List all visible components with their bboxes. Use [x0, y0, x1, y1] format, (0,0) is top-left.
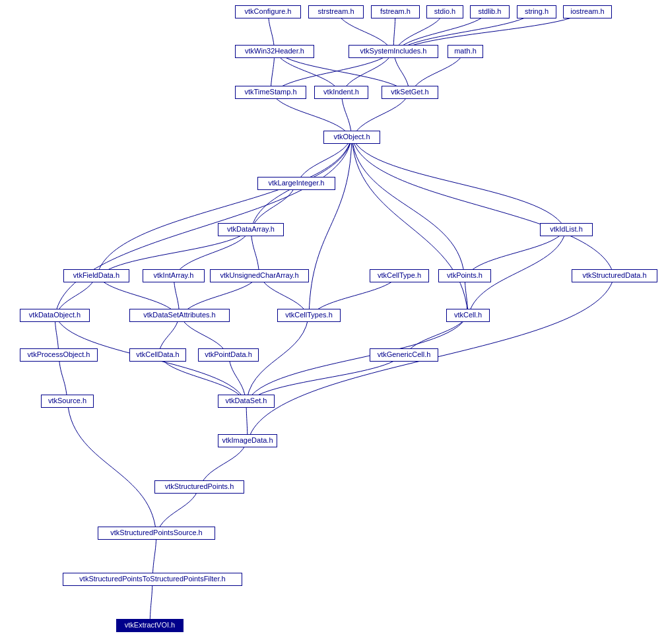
node-vtkUnsignedCharArray: vtkUnsignedCharArray.h: [210, 269, 309, 282]
node-vtkSource: vtkSource.h: [41, 395, 94, 408]
node-vtkStructuredData: vtkStructuredData.h: [572, 269, 657, 282]
node-vtkLargeInteger: vtkLargeInteger.h: [257, 177, 335, 190]
node-vtkPointData: vtkPointData.h: [198, 348, 259, 362]
node-fstream: fstream.h: [371, 5, 420, 18]
node-vtkSystemIncludes: vtkSystemIncludes.h: [349, 45, 438, 58]
node-stdio: stdio.h: [426, 5, 463, 18]
node-strstream: strstream.h: [308, 5, 364, 18]
edge-vtkCellTypes-to-vtkObject: [309, 132, 352, 322]
node-vtkProcessObject: vtkProcessObject.h: [20, 348, 98, 362]
node-vtkDataObject: vtkDataObject.h: [20, 309, 90, 322]
node-vtkCellData: vtkCellData.h: [129, 348, 186, 362]
node-vtkPoints: vtkPoints.h: [438, 269, 491, 282]
node-vtkDataSet: vtkDataSet.h: [218, 395, 275, 408]
node-stdlib: stdlib.h: [470, 5, 510, 18]
edge-vtkStructuredPointsSource-to-vtkSource: [67, 396, 156, 540]
node-vtkStructuredPointsToStructuredPointsFilter: vtkStructuredPointsToStructuredPointsFil…: [63, 573, 242, 586]
node-vtkImageData: vtkImageData.h: [218, 434, 277, 447]
node-iostream: iostream.h: [563, 5, 612, 18]
node-string: string.h: [517, 5, 556, 18]
node-vtkDataArray: vtkDataArray.h: [218, 223, 284, 236]
node-vtkCellTypes: vtkCellTypes.h: [277, 309, 341, 322]
node-vtkStructuredPoints: vtkStructuredPoints.h: [154, 480, 244, 494]
node-vtkObject: vtkObject.h: [323, 131, 380, 144]
edge-vtkCell-to-vtkObject: [352, 132, 468, 322]
node-vtkIdList: vtkIdList.h: [540, 223, 593, 236]
node-vtkConfigure: vtkConfigure.h: [235, 5, 301, 18]
node-vtkTimeStamp: vtkTimeStamp.h: [235, 86, 306, 99]
node-vtkSetGet: vtkSetGet.h: [382, 86, 438, 99]
node-vtkStructuredPointsSource: vtkStructuredPointsSource.h: [98, 527, 215, 540]
edge-vtkFieldData-to-vtkObject: [96, 132, 352, 282]
node-vtkWin32Header: vtkWin32Header.h: [235, 45, 314, 58]
node-math: math.h: [448, 45, 483, 58]
diagram-canvas: vtkConfigure.hstrstream.hfstream.hstdio.…: [0, 0, 666, 644]
edge-vtkStructuredData-to-vtkObject: [352, 132, 615, 282]
node-vtkExtractVOI: vtkExtractVOI.h: [116, 619, 183, 632]
edge-vtkIdList-to-vtkObject: [352, 132, 566, 236]
node-vtkIndent: vtkIndent.h: [314, 86, 368, 99]
node-vtkIntArray: vtkIntArray.h: [143, 269, 205, 282]
node-vtkCell: vtkCell.h: [446, 309, 490, 322]
node-vtkGenericCell: vtkGenericCell.h: [370, 348, 438, 362]
node-vtkDataSetAttributes: vtkDataSetAttributes.h: [129, 309, 230, 322]
node-vtkFieldData: vtkFieldData.h: [63, 269, 129, 282]
edge-vtkDataObject-to-vtkObject: [55, 132, 352, 322]
node-vtkCellType: vtkCellType.h: [370, 269, 429, 282]
